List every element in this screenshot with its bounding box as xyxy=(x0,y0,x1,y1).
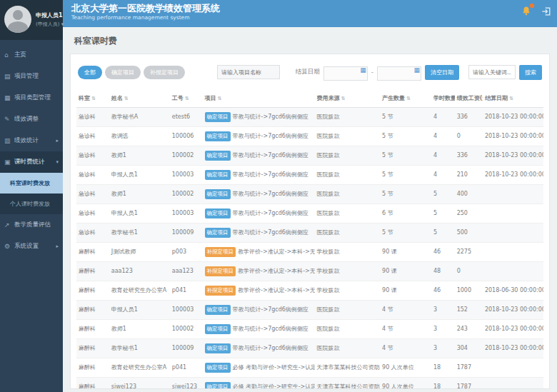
logout-icon[interactable] xyxy=(541,6,551,19)
cell-hours: 4 xyxy=(431,107,455,126)
sidebar-item-label: 系统设置 xyxy=(14,242,53,251)
cell-name: 申报人员1 xyxy=(109,300,170,319)
sort-icon[interactable]: ⇅ xyxy=(341,96,346,101)
date-range-dash: - xyxy=(371,69,373,76)
column-header[interactable]: 结算日期⇅ xyxy=(483,89,543,108)
cell-pay: 210 xyxy=(455,165,483,184)
calendar-icon[interactable]: ▦ xyxy=(413,67,420,74)
cell-uid: 100009 xyxy=(170,223,203,242)
search-button[interactable]: 搜索 xyxy=(519,65,542,80)
cell-dept: 急诊科 xyxy=(76,203,109,223)
cell-name: J测试教师 xyxy=(109,242,170,261)
sort-icon[interactable]: ⇅ xyxy=(218,96,222,101)
cell-qty: 5 节 xyxy=(380,107,431,126)
user-role[interactable]: (申报人员) ▾ xyxy=(36,21,64,28)
project-status-badge: 补报定项目 xyxy=(205,266,236,276)
sidebar-item-3[interactable]: ✎绩效调整 xyxy=(0,109,63,130)
cell-source: 天津市某某科技公司资助项目 xyxy=(315,377,381,389)
project-path: 带教与统计->7gcd6病例侧应 xyxy=(233,306,308,313)
column-header[interactable]: 项目⇅ xyxy=(203,89,315,108)
table-body: 急诊科教学秘书Aetest6确定项目带教与统计->7gcd6病例侧应医院拨款5 … xyxy=(76,107,543,389)
sort-icon[interactable]: ⇅ xyxy=(91,96,96,101)
sidebar-item-label: 教学质量评估 xyxy=(14,221,59,229)
sidebar-subitem[interactable]: 个人课时费发放 xyxy=(0,194,63,214)
sidebar-subitem[interactable]: 科室课时费发放 xyxy=(0,173,63,194)
cell-date: 2018-10-23 00:00:00 xyxy=(483,107,543,126)
table-row: 急诊科申报人员1100003确定项目带教与统计->7gcd6病例侧应医院拨款5 … xyxy=(76,165,543,184)
column-header-label: 绩效工资(元) xyxy=(457,95,483,101)
cell-pay: 400 xyxy=(455,184,483,203)
sidebar-item-5[interactable]: ▣课时费统计▾ xyxy=(0,151,63,173)
column-header[interactable]: 学时数量⇅ xyxy=(431,89,455,108)
sort-icon[interactable]: ⇅ xyxy=(185,96,189,101)
cell-name: 教师1 xyxy=(109,146,170,165)
date-from-field: ▦ xyxy=(323,64,368,81)
sidebar-item-2[interactable]: ▦项目类型管理 xyxy=(0,87,63,109)
performance-stats-icon: ▥ xyxy=(4,137,11,144)
project-status-badge: 确定项目 xyxy=(205,170,231,180)
cell-name: 教师1 xyxy=(109,184,170,203)
project-path: 必修 考勤与评价->研究生->认定->教师 xyxy=(233,364,315,371)
sidebar-item-0[interactable]: ⌂主页 xyxy=(0,44,63,66)
filter-pill-2[interactable]: 补报定项目 xyxy=(144,66,185,79)
column-header[interactable]: 绩效工资(元)⇅ xyxy=(455,89,483,108)
column-header[interactable]: 产生数量⇅ xyxy=(380,89,431,108)
sort-icon[interactable]: ⇅ xyxy=(509,96,513,101)
project-status-badge: 确定项目 xyxy=(205,324,231,334)
cell-dept: 麻醉科 xyxy=(76,261,109,281)
filter-pill-0[interactable]: 全部 xyxy=(78,66,102,79)
toolbar: 全部确定项目补报定项目 结算日期 ▦ - ▦ 清空日期 搜索 xyxy=(76,61,543,89)
table-row: 麻醉科J测试教师p003补报定项目教学评价->准认定->本科->无接收人学校拨款… xyxy=(76,242,543,261)
chevron-icon: ▾ xyxy=(56,159,59,165)
cell-source: 医院拨款 xyxy=(315,146,381,165)
cell-project: 确定项目带教与统计->7gcd6病例侧应 xyxy=(203,107,315,126)
cell-qty: 5 节 xyxy=(380,146,431,165)
project-path: 带教与统计->7gcd6病例侧应 xyxy=(233,345,308,351)
table-row: 麻醉科教学秘书1100009确定项目带教与统计->7gcd6病例侧应医院拨款4 … xyxy=(76,338,543,358)
cell-hours: 4 xyxy=(431,126,455,146)
clear-date-button[interactable]: 清空日期 xyxy=(425,65,459,80)
cell-hours: 3 xyxy=(431,300,455,319)
cell-date xyxy=(483,377,543,389)
calendar-icon[interactable]: ▦ xyxy=(360,67,366,74)
notification-badge xyxy=(530,4,534,8)
column-header-label: 学时数量 xyxy=(433,95,455,101)
cell-uid: aaa123 xyxy=(170,261,203,281)
user-name: 申报人员1 xyxy=(36,11,64,19)
project-path: 教学评价->准认定->本科->无接收人 xyxy=(238,287,314,293)
top-header: 北京大学第一医院教学绩效管理系统 Teaching performance ma… xyxy=(63,0,557,27)
keyword-search-input[interactable] xyxy=(468,65,516,79)
cell-uid: 100003 xyxy=(170,300,203,319)
cell-project: 确定项目带教与统计->7gcd6病例侧应 xyxy=(203,223,315,242)
user-panel[interactable]: 申报人员1 (申报人员) ▾ xyxy=(0,0,63,40)
sort-icon[interactable]: ⇅ xyxy=(406,96,411,101)
column-header[interactable]: 科室⇅ xyxy=(76,89,109,108)
cell-uid: p003 xyxy=(170,242,203,261)
sidebar-item-4[interactable]: ▥绩效统计▸ xyxy=(0,130,63,151)
cell-date: 2018-10-23 00:00:00 xyxy=(483,300,543,319)
project-name-input[interactable] xyxy=(217,65,280,79)
cell-project: 确定项目带教与统计->7gcd6病例侧应 xyxy=(203,319,315,338)
project-path: 带教与统计->7gcd6病例侧应 xyxy=(233,326,308,332)
sidebar-item-label: 项目类型管理 xyxy=(14,94,59,102)
cell-date xyxy=(483,184,543,203)
cell-hours: 18 xyxy=(431,358,455,377)
table-row: 麻醉科siwei123siwei123确定项目必修 考勤与评价->研究生->认定… xyxy=(76,377,543,389)
column-header[interactable]: 费用来源⇅ xyxy=(315,89,381,108)
sidebar-item-6[interactable]: ↗教学质量评估 xyxy=(0,214,63,236)
cell-pay: 304 xyxy=(455,338,483,358)
cell-hours: 46 xyxy=(431,281,455,300)
sidebar-item-7[interactable]: ⚙系统设置▸ xyxy=(0,236,63,257)
sort-icon[interactable]: ⇅ xyxy=(124,96,129,101)
column-header[interactable]: 姓名⇅ xyxy=(109,89,170,108)
filter-pill-1[interactable]: 确定项目 xyxy=(105,66,141,79)
cell-name: 教学秘书1 xyxy=(109,338,170,358)
cell-pay: 1787 xyxy=(455,377,483,389)
table-row: 急诊科教调选100006确定项目带教与统计->7gcd6病例侧应医院拨款5 节4… xyxy=(76,126,543,146)
cell-uid: 100002 xyxy=(170,184,203,203)
cell-date: 2018-10-23 00:00:00 xyxy=(483,319,543,338)
notification-bell-icon[interactable] xyxy=(521,6,531,19)
column-header[interactable]: 工号⇅ xyxy=(170,89,203,108)
sidebar-item-1[interactable]: ▤项目管理 xyxy=(0,66,63,87)
sidebar-item-label: 绩效统计 xyxy=(14,136,53,145)
